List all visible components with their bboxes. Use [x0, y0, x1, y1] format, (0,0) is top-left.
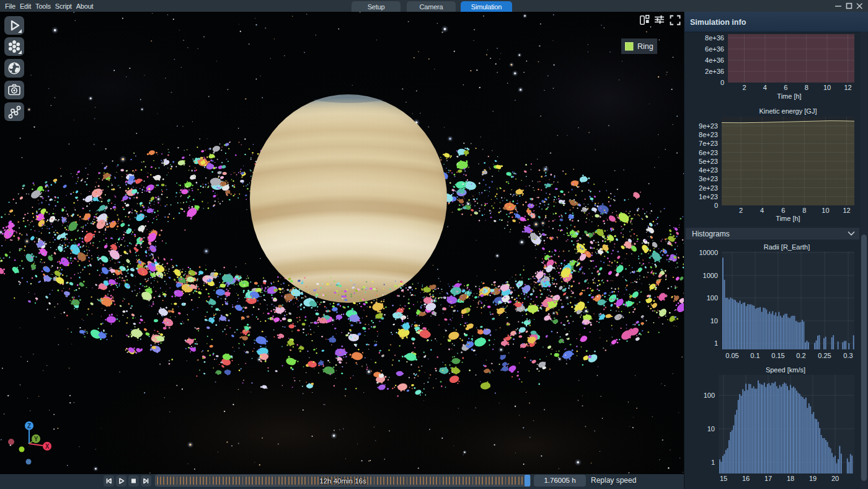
svg-text:8e+23: 8e+23 — [699, 131, 718, 138]
svg-text:12: 12 — [843, 207, 850, 214]
svg-text:4e+36: 4e+36 — [705, 56, 724, 64]
svg-text:6: 6 — [781, 207, 785, 214]
svg-text:10: 10 — [823, 84, 831, 91]
svg-text:2: 2 — [742, 84, 746, 91]
svg-text:Time [h]: Time [h] — [777, 92, 801, 100]
svg-text:4e+23: 4e+23 — [699, 166, 718, 174]
svg-text:1: 1 — [711, 459, 715, 466]
svg-text:100: 100 — [707, 294, 718, 302]
svg-text:Radii [R_Earth]: Radii [R_Earth] — [764, 243, 810, 251]
svg-text:10: 10 — [711, 317, 718, 325]
svg-text:0.2: 0.2 — [796, 352, 805, 359]
svg-text:0.15: 0.15 — [771, 352, 784, 359]
svg-text:10: 10 — [822, 207, 829, 214]
svg-text:17: 17 — [764, 475, 772, 482]
svg-text:19: 19 — [809, 475, 817, 482]
svg-text:0.05: 0.05 — [725, 352, 738, 359]
svg-text:Kinetic energy [GJ]: Kinetic energy [GJ] — [760, 107, 817, 115]
svg-text:12: 12 — [844, 84, 851, 91]
svg-text:X: X — [45, 443, 50, 450]
svg-text:Y: Y — [34, 436, 38, 442]
svg-text:0.3: 0.3 — [843, 352, 852, 359]
svg-text:Time [h]: Time [h] — [776, 215, 800, 222]
svg-text:0.1: 0.1 — [750, 352, 760, 359]
svg-text:16: 16 — [742, 475, 750, 482]
svg-text:1e+23: 1e+23 — [699, 193, 718, 200]
svg-text:0: 0 — [720, 79, 724, 86]
svg-text:Z: Z — [27, 423, 31, 429]
svg-text:0: 0 — [714, 202, 718, 209]
svg-text:3e+23: 3e+23 — [699, 175, 718, 182]
svg-text:6e+36: 6e+36 — [705, 45, 724, 53]
svg-text:8e+36: 8e+36 — [705, 34, 724, 42]
svg-text:10: 10 — [707, 425, 715, 433]
svg-text:Speed [km/s]: Speed [km/s] — [766, 366, 805, 374]
svg-text:1: 1 — [714, 339, 718, 347]
svg-text:Histograms: Histograms — [692, 230, 730, 238]
svg-text:9e+23: 9e+23 — [699, 122, 718, 130]
svg-text:100: 100 — [704, 392, 715, 399]
svg-text:10000: 10000 — [699, 249, 718, 256]
svg-text:2: 2 — [739, 207, 743, 214]
svg-text:6e+23: 6e+23 — [699, 149, 718, 156]
svg-text:Ring: Ring — [637, 42, 653, 51]
svg-text:5e+23: 5e+23 — [699, 158, 718, 165]
svg-text:4: 4 — [763, 84, 767, 91]
svg-text:2e+36: 2e+36 — [705, 68, 724, 75]
svg-text:0.25: 0.25 — [818, 352, 831, 359]
svg-text:15: 15 — [720, 475, 727, 482]
svg-text:7e+23: 7e+23 — [699, 140, 718, 147]
svg-text:18: 18 — [787, 475, 794, 482]
svg-text:4: 4 — [760, 207, 764, 214]
svg-text:8: 8 — [805, 84, 808, 91]
svg-text:Simulation info: Simulation info — [690, 18, 746, 27]
svg-text:20: 20 — [831, 475, 839, 482]
svg-text:2e+23: 2e+23 — [699, 184, 718, 192]
svg-text:6: 6 — [784, 84, 787, 91]
svg-text:8: 8 — [802, 207, 806, 214]
svg-text:1000: 1000 — [703, 272, 718, 279]
